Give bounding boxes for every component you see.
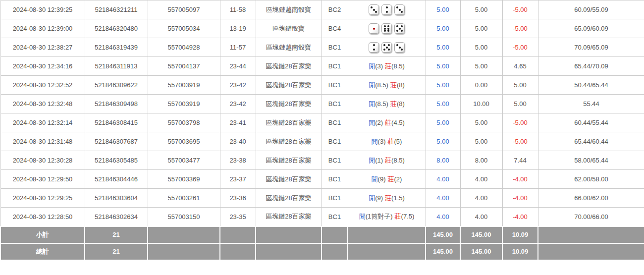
cell-round-id: 557003369 — [148, 170, 220, 189]
cell-game-result — [348, 19, 426, 38]
banker-score: (2) — [394, 175, 402, 183]
cell-round-id: 557004928 — [148, 38, 220, 57]
cell-bet-time: 2024-08-30 12:31:48 — [0, 132, 85, 151]
player-score: (8.5) — [375, 81, 388, 89]
cell-period: 23-38 — [220, 151, 256, 170]
player-score: (3) — [378, 138, 386, 145]
total-win-loss: 10.09 — [502, 243, 538, 260]
table-row-4: 2024-08-30 12:34:16 521846311913 5570041… — [0, 57, 644, 76]
die-5-icon — [394, 23, 405, 34]
cell-game-result: 閒(1)莊(8.5) — [348, 151, 426, 170]
table-row-9: 2024-08-30 12:30:28 521846305485 5570034… — [0, 151, 644, 170]
subtotal-valid-amount: 145.00 — [460, 226, 502, 243]
cell-round-id: 557003150 — [148, 208, 220, 226]
cell-game-result — [348, 0, 426, 19]
cell-bet-time: 2024-08-30 12:30:28 — [0, 151, 85, 170]
cell-game-name: 區塊鏈28百家樂 — [256, 113, 322, 132]
cell-game-result: 閒(1筒對子)莊(7.5) — [348, 208, 426, 226]
cell-bet-type: BC1 — [322, 38, 348, 57]
cell-win-loss: -4.00 — [502, 170, 538, 189]
cell-bet-type: BC1 — [322, 113, 348, 132]
cell-bet-id: 521846305485 — [85, 151, 148, 170]
subtotal-empty-cell — [322, 226, 348, 243]
player-score: (3) — [375, 62, 383, 70]
dice-result-icons — [369, 42, 405, 53]
total-bet-amount: 145.00 — [426, 243, 460, 260]
cell-bet-time: 2024-08-30 12:32:14 — [0, 113, 85, 132]
table-body: 2024-08-30 12:39:25 521846321211 5570050… — [0, 0, 644, 226]
cell-game-name: 區塊鏈28百家樂 — [256, 132, 322, 151]
cell-bet-amount: 5.00 — [426, 0, 460, 19]
player-label: 閒 — [369, 194, 375, 202]
cell-win-loss: 5.00 — [502, 76, 538, 95]
cell-round-id: 557005034 — [148, 19, 220, 38]
cell-balance: 58.00/65.44 — [538, 151, 644, 170]
cell-bet-type: BC1 — [322, 189, 348, 208]
cell-bet-type: BC4 — [322, 19, 348, 38]
player-label: 閒 — [369, 100, 375, 108]
table-row-8: 2024-08-30 12:31:48 521846307687 5570036… — [0, 132, 644, 151]
total-row: 總計 21 145.00 145.00 10.09 — [0, 243, 644, 260]
cell-bet-amount: 5.00 — [426, 38, 460, 57]
cell-balance: 60.44/55.44 — [538, 113, 644, 132]
banker-label: 莊 — [385, 62, 391, 70]
cell-round-id: 557005097 — [148, 0, 220, 19]
cell-win-loss: 5.00 — [502, 95, 538, 113]
cell-bet-time: 2024-08-30 12:29:25 — [0, 189, 85, 208]
banker-score: (7.5) — [401, 213, 415, 220]
die-3-icon — [394, 4, 405, 15]
subtotal-count: 21 — [85, 226, 148, 243]
player-label: 閒 — [369, 81, 375, 89]
subtotal-label: 小計 — [0, 226, 85, 243]
subtotal-win-loss: 10.09 — [502, 226, 538, 243]
cell-bet-id: 521846319439 — [85, 38, 148, 57]
player-score: (1) — [375, 157, 383, 164]
cell-valid-amount: 10.00 — [460, 95, 502, 113]
cell-game-name: 區塊鏈28百家樂 — [256, 95, 322, 113]
player-score: (8.5) — [375, 100, 388, 108]
cell-bet-amount: 5.00 — [426, 113, 460, 132]
cell-balance: 65.44/70.09 — [538, 57, 644, 76]
die-3-icon — [394, 42, 405, 53]
cell-bet-id: 521846302634 — [85, 208, 148, 226]
cell-bet-time: 2024-08-30 12:38:27 — [0, 38, 85, 57]
cell-game-result: 閒(9)莊(1.5) — [348, 189, 426, 208]
dice-result-icons — [369, 4, 405, 15]
die-3-icon — [369, 4, 379, 15]
cell-valid-amount: 8.00 — [460, 151, 502, 170]
cell-balance: 50.44/65.44 — [538, 76, 644, 95]
cell-round-id: 557003695 — [148, 132, 220, 151]
cell-valid-amount: 5.00 — [460, 113, 502, 132]
cell-period: 23-42 — [220, 76, 256, 95]
banker-label: 莊 — [385, 157, 391, 164]
cell-bet-id: 521846304446 — [85, 170, 148, 189]
player-label: 閒 — [369, 62, 375, 70]
banker-label: 莊 — [395, 213, 401, 220]
banker-score: (5) — [394, 138, 402, 145]
banker-label: 莊 — [388, 138, 394, 145]
cell-bet-time: 2024-08-30 12:39:25 — [0, 0, 85, 19]
cell-bet-amount: 5.00 — [426, 132, 460, 151]
cell-bet-amount: 5.00 — [426, 76, 460, 95]
banker-score: (4.5) — [391, 119, 405, 126]
cell-bet-time: 2024-08-30 12:28:50 — [0, 208, 85, 226]
cell-game-result: 閒(8.5)莊(8) — [348, 76, 426, 95]
total-empty-cell — [322, 243, 348, 260]
subtotal-bet-amount: 145.00 — [426, 226, 460, 243]
cell-bet-type: BC1 — [322, 208, 348, 226]
cell-win-loss: -4.00 — [502, 208, 538, 226]
cell-valid-amount: 4.00 — [460, 189, 502, 208]
bet-history-page: 2024-08-30 12:39:25 521846321211 5570050… — [0, 0, 644, 275]
cell-balance: 65.09/60.09 — [538, 19, 644, 38]
cell-game-name: 區塊鏈骰寶 — [256, 19, 322, 38]
cell-game-name: 區塊鏈28百家樂 — [256, 57, 322, 76]
cell-bet-id: 521846303604 — [85, 189, 148, 208]
cell-valid-amount: 4.00 — [460, 170, 502, 189]
cell-bet-time: 2024-08-30 12:34:16 — [0, 57, 85, 76]
cell-round-id: 557003798 — [148, 113, 220, 132]
cell-bet-amount: 5.00 — [426, 57, 460, 76]
die-6-icon — [381, 23, 392, 34]
cell-game-result: 閒(3)莊(8.5) — [348, 57, 426, 76]
cell-period: 23-41 — [220, 113, 256, 132]
cell-win-loss: 4.65 — [502, 57, 538, 76]
